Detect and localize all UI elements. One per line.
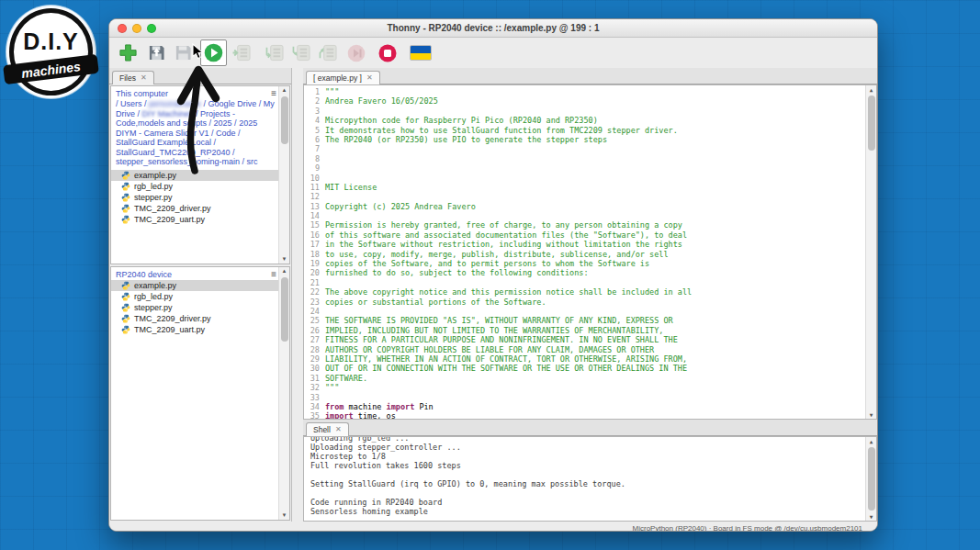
line-number: 35 (304, 411, 325, 420)
path-segment[interactable]: / (240, 157, 247, 166)
line-number: 30 (304, 364, 325, 373)
path-segment[interactable]: personalname (149, 99, 201, 108)
tab-files[interactable]: Files ✕ (112, 71, 154, 84)
code-token: of this software and associated document… (325, 230, 687, 240)
file-item[interactable]: TMC_2209_uart.py (111, 324, 289, 335)
code-line: 34from machine import Pin (304, 402, 863, 411)
scroll-up-icon[interactable]: ▲ (279, 86, 289, 95)
path-segment[interactable]: / (135, 109, 142, 118)
path-segment[interactable]: / (209, 129, 217, 138)
code-line: 31SOFTWARE. (304, 374, 863, 383)
code-text: furnished to do so, subject to the follo… (325, 268, 589, 277)
scrollbar-thumb[interactable] (281, 96, 288, 144)
scroll-down-icon[interactable]: ▼ (866, 512, 876, 521)
path-segment[interactable]: Code (216, 129, 236, 138)
zoom-window-button[interactable] (147, 24, 156, 33)
new-file-button[interactable] (116, 41, 140, 65)
path-segment[interactable]: 2025 (214, 118, 232, 128)
debug-current-script-button[interactable] (230, 41, 253, 65)
path-segment[interactable]: / (142, 99, 150, 108)
path-segment[interactable]: stepper_sensorless_homing-main (116, 157, 240, 166)
file-item[interactable]: example.py (111, 280, 289, 291)
file-item[interactable]: stepper.py (111, 192, 289, 203)
code-token: """ (325, 383, 339, 392)
breadcrumb-path[interactable]: / Users / personalname / Google Drive / … (111, 99, 289, 170)
scroll-down-icon[interactable]: ▼ (866, 410, 876, 419)
file-item[interactable]: TMC_2209_uart.py (111, 214, 289, 225)
files-scrollbar[interactable]: ▲ ▼ (278, 86, 289, 264)
path-segment[interactable]: / (207, 118, 214, 128)
code-line: 19copies of the Software, and to permit … (304, 259, 863, 268)
path-segment[interactable]: / (231, 148, 235, 157)
line-number: 16 (304, 230, 325, 240)
python-file-icon (121, 314, 130, 323)
minimize-window-button[interactable] (132, 24, 141, 33)
menu-icon[interactable]: ≡ (271, 271, 276, 278)
file-item[interactable]: rgb_led.py (111, 181, 289, 192)
traffic-lights (109, 24, 156, 33)
file-item[interactable]: TMC_2209_driver.py (111, 313, 289, 324)
path-segment[interactable]: / (236, 129, 241, 138)
shell-output[interactable]: Uploading rgb_led ...Uploading stepper_c… (303, 436, 877, 522)
editor-scrollbar[interactable]: ▲ ▼ (865, 85, 876, 419)
code-token: MIT License (325, 183, 377, 192)
support-ukraine-button[interactable] (410, 41, 432, 65)
code-line: 29LIABILITY, WHETHER IN AN ACTION OF CON… (304, 354, 863, 364)
file-item[interactable]: TMC_2209_driver.py (111, 203, 289, 214)
scroll-up-icon[interactable]: ▲ (279, 267, 289, 275)
path-segment[interactable]: / (232, 118, 240, 128)
path-segment[interactable]: / (193, 109, 200, 118)
line-number: 18 (304, 250, 325, 259)
path-segment[interactable]: DIY Machines (142, 109, 194, 118)
code-editor[interactable]: 1"""2Andrea Favero 16/05/202534Micropyth… (303, 84, 877, 420)
this-computer-title: This computer (116, 89, 168, 98)
editor-tab-label: [ example.py ] (313, 73, 362, 83)
path-segment[interactable]: / (211, 138, 216, 147)
step-out-button[interactable] (316, 41, 339, 65)
path-segment[interactable]: / (256, 99, 264, 108)
code-text: in the Software without restriction, inc… (325, 240, 682, 249)
scroll-up-icon[interactable]: ▲ (866, 85, 876, 94)
step-into-button[interactable] (289, 41, 312, 65)
scrollbar-thumb[interactable] (281, 277, 288, 342)
scroll-down-icon[interactable]: ▼ (279, 255, 289, 264)
path-segment[interactable]: / (201, 99, 208, 108)
line-number: 27 (304, 335, 325, 344)
close-icon[interactable]: ✕ (335, 426, 342, 433)
file-item[interactable]: example.py (111, 170, 289, 181)
tab-shell[interactable]: Shell ✕ (306, 422, 349, 436)
path-segment[interactable]: Users (120, 99, 142, 108)
shell-line: Uploading rgb_led ... (310, 436, 863, 443)
title-bar: Thonny - RP2040 device :: /example.py @ … (109, 19, 877, 38)
shell-line (310, 488, 863, 498)
resume-button[interactable] (345, 41, 367, 65)
load-file-button[interactable] (145, 41, 167, 65)
path-segment[interactable]: StallGuard Example Local (116, 138, 211, 147)
path-segment[interactable]: Google Drive (208, 99, 257, 108)
close-window-button[interactable] (118, 24, 127, 33)
scroll-up-icon[interactable]: ▲ (866, 437, 876, 445)
device-scrollbar[interactable]: ▲ ▼ (278, 267, 289, 520)
tab-example-py[interactable]: [ example.py ] ✕ (306, 71, 380, 84)
step-over-button[interactable] (263, 41, 286, 65)
code-token: The above copyright notice and this perm… (325, 287, 692, 297)
scrollbar-thumb[interactable] (868, 447, 875, 511)
path-segment[interactable]: src (247, 157, 258, 166)
save-file-button[interactable] (172, 41, 194, 65)
code-text: Copyright (c) 2025 Andrea Favero (325, 202, 476, 211)
stop-restart-button[interactable] (377, 41, 399, 65)
code-line: 22The above copyright notice and this pe… (304, 287, 863, 297)
menu-icon[interactable]: ≡ (271, 90, 276, 97)
shell-line (310, 516, 863, 522)
run-current-script-button[interactable] (200, 39, 227, 66)
file-item[interactable]: stepper.py (111, 302, 289, 313)
scroll-down-icon[interactable]: ▼ (279, 511, 289, 520)
close-icon[interactable]: ✕ (366, 74, 373, 82)
file-item[interactable]: rgb_led.py (111, 291, 289, 302)
scrollbar-thumb[interactable] (868, 95, 875, 151)
code-line: 17in the Software without restriction, i… (304, 240, 863, 249)
close-icon[interactable]: ✕ (141, 74, 147, 82)
path-segment[interactable]: StallGuard_TMC2209_RP2040 (116, 148, 231, 157)
shell-scrollbar[interactable]: ▲ ▼ (865, 437, 876, 521)
interpreter-status[interactable]: MicroPython (RP2040) · Board in FS mode … (633, 524, 862, 531)
